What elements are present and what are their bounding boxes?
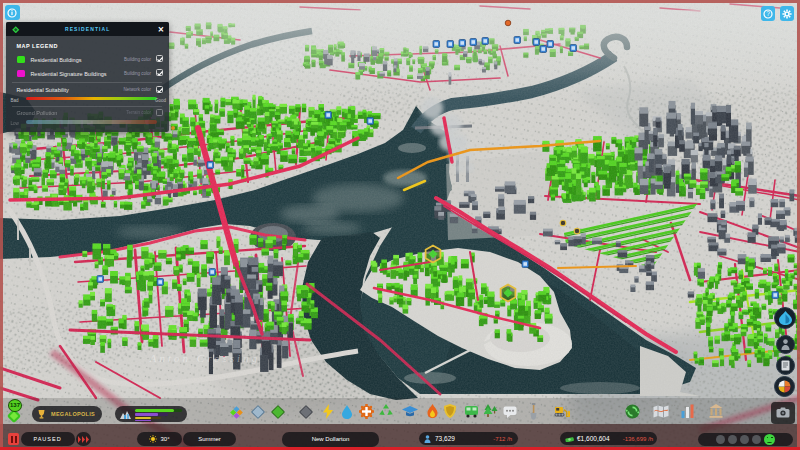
- svg-text:?: ?: [766, 10, 770, 17]
